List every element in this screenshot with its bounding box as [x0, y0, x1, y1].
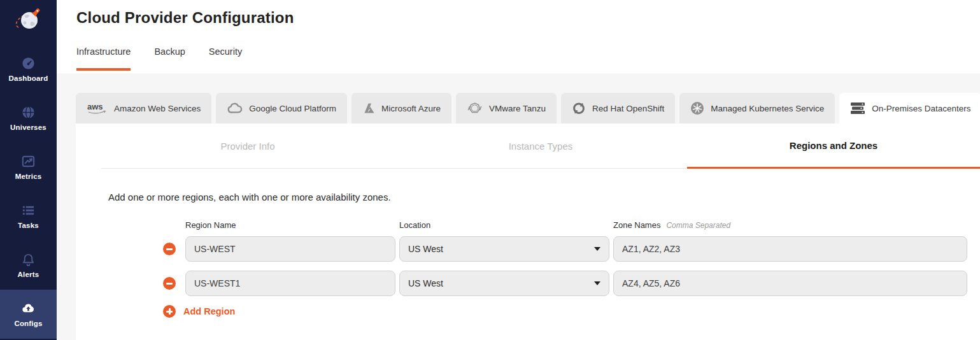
provider-tab-aws[interactable]: aws Amazon Web Services — [76, 93, 211, 124]
remove-region-button[interactable] — [163, 277, 176, 290]
provider-tab-vmware-tanzu[interactable]: VMware Tanzu — [456, 93, 557, 124]
provider-tab-managed-kubernetes[interactable]: Managed Kubernetes Service — [679, 93, 835, 124]
openshift-icon — [572, 102, 586, 115]
svg-text:aws: aws — [87, 102, 103, 111]
regions-form: Region Name Location Zone Names Comma Se… — [163, 220, 980, 318]
zone-names-input[interactable] — [613, 236, 967, 262]
provider-tab-onprem[interactable]: On-Premises Datacenters — [839, 93, 980, 124]
globe-icon — [21, 105, 36, 120]
location-select-value: US West — [408, 244, 443, 254]
task-list-icon — [21, 203, 36, 218]
region-name-input[interactable] — [185, 236, 395, 262]
app-logo[interactable] — [0, 0, 57, 45]
provider-tab-label: Red Hat OpenShift — [592, 104, 664, 113]
add-region-button[interactable]: Add Region — [163, 305, 235, 318]
subtab-instance-types[interactable]: Instance Types — [394, 124, 687, 169]
sidebar-item-configs[interactable]: Configs — [0, 290, 57, 339]
sidebar-item-tasks[interactable]: Tasks — [0, 192, 57, 241]
provider-tab-label: VMware Tanzu — [489, 104, 546, 113]
chevron-down-icon — [594, 281, 600, 285]
provider-tab-label: Managed Kubernetes Service — [711, 104, 824, 113]
provider-tab-label: Amazon Web Services — [114, 104, 201, 113]
page-title: Cloud Provider Configuration — [76, 9, 980, 27]
provider-tab-azure[interactable]: Microsoft Azure — [352, 93, 451, 124]
content-area: aws Amazon Web Services Google Cloud Pla… — [57, 73, 980, 340]
line-chart-icon — [21, 154, 36, 169]
column-header-zone-names: Zone Names — [613, 220, 660, 230]
kubernetes-icon — [690, 101, 704, 115]
tab-backup[interactable]: Backup — [154, 46, 185, 71]
regions-description: Add one or more regions, each with one o… — [108, 192, 980, 202]
sidebar-item-label: Dashboard — [9, 74, 48, 82]
sidebar-item-label: Alerts — [18, 271, 39, 278]
location-select[interactable]: US West — [399, 271, 609, 296]
regions-column-headers: Region Name Location Zone Names Comma Se… — [163, 220, 980, 230]
bell-icon — [21, 252, 36, 267]
location-select[interactable]: US West — [399, 236, 609, 262]
page-header: Cloud Provider Configuration Infrastruct… — [57, 0, 980, 73]
tanzu-icon — [467, 102, 483, 115]
plus-icon — [163, 305, 176, 318]
region-name-input[interactable] — [185, 271, 395, 296]
add-region-label: Add Region — [183, 306, 235, 316]
azure-icon — [362, 103, 375, 114]
tab-security[interactable]: Security — [209, 46, 242, 71]
location-select-value: US West — [408, 278, 443, 288]
provider-tabbar: aws Amazon Web Services Google Cloud Pla… — [76, 93, 980, 124]
sidebar-item-label: Universes — [10, 124, 46, 131]
remove-region-button[interactable] — [163, 243, 176, 255]
top-tabbar: Infrastructure Backup Security — [76, 46, 980, 71]
sidebar-item-label: Configs — [14, 320, 42, 327]
dashboard-gauge-icon — [21, 56, 36, 71]
sidebar-item-dashboard[interactable]: Dashboard — [0, 45, 57, 94]
provider-tab-gcp[interactable]: Google Cloud Platform — [216, 93, 347, 124]
gcp-cloud-icon — [227, 103, 243, 114]
column-header-region-name: Region Name — [185, 220, 399, 230]
provider-panel: Provider Info Instance Types Regions and… — [76, 124, 980, 340]
provider-subtabbar: Provider Info Instance Types Regions and… — [101, 124, 980, 169]
tab-infrastructure[interactable]: Infrastructure — [76, 46, 131, 71]
region-row: US West — [163, 271, 980, 296]
sidebar-item-universes[interactable]: Universes — [0, 94, 57, 143]
sidebar-item-metrics[interactable]: Metrics — [0, 143, 57, 192]
planet-rocket-logo-icon — [14, 6, 43, 38]
provider-tab-openshift[interactable]: Red Hat OpenShift — [561, 93, 675, 124]
subtab-provider-info[interactable]: Provider Info — [101, 124, 394, 169]
zone-names-hint: Comma Separated — [666, 221, 730, 230]
sidebar-item-label: Metrics — [15, 173, 42, 180]
provider-tab-label: On-Premises Datacenters — [872, 104, 970, 113]
main-area: Cloud Provider Configuration Infrastruct… — [57, 0, 980, 340]
chevron-down-icon — [594, 247, 600, 251]
zone-names-input[interactable] — [613, 271, 967, 296]
sidebar-item-label: Tasks — [18, 222, 39, 229]
subtab-regions-and-zones[interactable]: Regions and Zones — [687, 124, 980, 169]
sidebar: Dashboard Universes Metrics Tasks — [0, 0, 57, 340]
provider-tab-label: Microsoft Azure — [381, 104, 441, 113]
aws-icon: aws — [87, 102, 108, 115]
server-stack-icon — [850, 102, 865, 115]
provider-tab-label: Google Cloud Platform — [249, 104, 336, 113]
cloud-upload-icon — [21, 301, 36, 316]
sidebar-item-alerts[interactable]: Alerts — [0, 241, 57, 290]
column-header-location: Location — [399, 220, 613, 230]
region-row: US West — [163, 236, 980, 262]
